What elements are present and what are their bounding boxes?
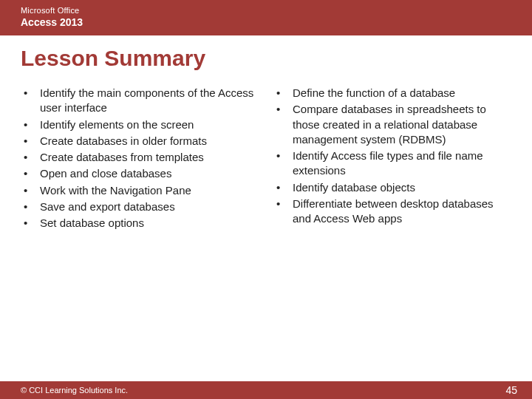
list-item: •Identify elements on the screen — [21, 117, 259, 132]
bullet-icon: • — [273, 102, 293, 117]
list-item: •Define the function of a database — [273, 86, 511, 100]
footer-copyright: © CCI Learning Solutions Inc. — [21, 386, 128, 395]
bullet-text: Identify database objects — [293, 180, 511, 195]
bullet-text: Work with the Navigation Pane — [40, 183, 259, 198]
bullet-icon: • — [21, 117, 40, 132]
bullet-text: Set database options — [40, 216, 259, 231]
bullet-icon: • — [21, 86, 40, 100]
list-item: •Differentiate between desktop databases… — [273, 197, 511, 227]
right-bullet-list: •Define the function of a database •Comp… — [273, 86, 511, 226]
slide-content: •Identify the main components of the Acc… — [0, 78, 532, 381]
header-product: Access 2013 — [21, 16, 511, 28]
bullet-icon: • — [21, 150, 40, 165]
slide: Microsoft Office Access 2013 Lesson Summ… — [0, 0, 532, 399]
bullet-text: Create databases from templates — [40, 150, 259, 165]
list-item: •Identify the main components of the Acc… — [21, 86, 259, 116]
bullet-text: Define the function of a database — [293, 86, 511, 100]
bullet-icon: • — [21, 200, 40, 214]
list-item: •Identify Access file types and file nam… — [273, 149, 511, 179]
list-item: •Work with the Navigation Pane — [21, 183, 259, 198]
list-item: •Identify database objects — [273, 180, 511, 195]
bullet-icon: • — [273, 86, 293, 100]
list-item: •Set database options — [21, 216, 259, 231]
bullet-icon: • — [21, 183, 40, 198]
bullet-icon: • — [21, 134, 40, 149]
bullet-icon: • — [273, 149, 293, 163]
bullet-text: Identify the main components of the Acce… — [40, 86, 259, 116]
list-item: •Create databases in older formats — [21, 134, 259, 149]
list-item: •Save and export databases — [21, 200, 259, 214]
bullet-text: Open and close databases — [40, 166, 259, 181]
left-column: •Identify the main components of the Acc… — [21, 86, 259, 381]
list-item: •Open and close databases — [21, 166, 259, 181]
list-item: •Compare databases in spreadsheets to th… — [273, 102, 511, 147]
bullet-text: Save and export databases — [40, 200, 259, 214]
bullet-icon: • — [273, 180, 293, 195]
right-column: •Define the function of a database •Comp… — [273, 86, 511, 381]
bullet-icon: • — [273, 197, 293, 211]
bullet-icon: • — [21, 216, 40, 231]
header-brand: Microsoft Office — [21, 6, 511, 15]
bullet-text: Create databases in older formats — [40, 134, 259, 149]
footer-page-number: 45 — [505, 384, 517, 396]
bullet-text: Differentiate between desktop databases … — [293, 197, 511, 227]
bullet-text: Identify elements on the screen — [40, 117, 259, 132]
bullet-icon: • — [21, 166, 40, 181]
list-item: •Create databases from templates — [21, 150, 259, 165]
slide-header: Microsoft Office Access 2013 — [0, 0, 532, 35]
slide-footer: © CCI Learning Solutions Inc. 45 — [0, 381, 532, 399]
slide-title: Lesson Summary — [0, 35, 532, 78]
left-bullet-list: •Identify the main components of the Acc… — [21, 86, 259, 231]
bullet-text: Compare databases in spreadsheets to tho… — [293, 102, 511, 147]
bullet-text: Identify Access file types and file name… — [293, 149, 511, 179]
